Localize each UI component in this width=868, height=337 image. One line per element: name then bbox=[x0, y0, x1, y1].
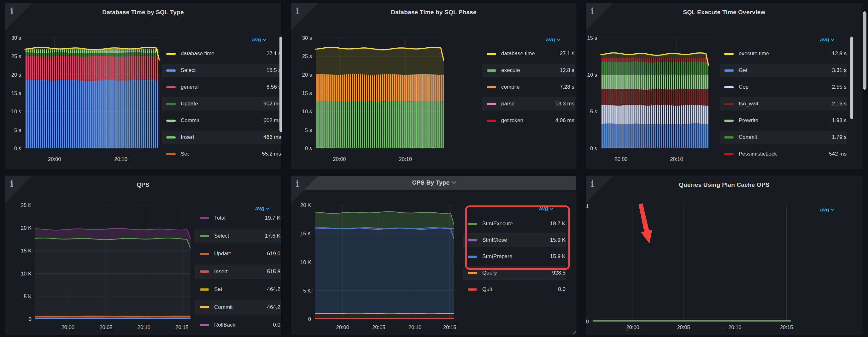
legend-label[interactable]: compile bbox=[501, 84, 520, 90]
legend-label[interactable]: general bbox=[181, 84, 199, 90]
legend-swatch bbox=[166, 69, 176, 72]
legend-label[interactable]: database time bbox=[501, 51, 535, 57]
legend-scrollbar[interactable] bbox=[279, 37, 282, 132]
legend-swatch bbox=[166, 136, 176, 139]
legend-row[interactable]: Commit464.2 bbox=[195, 300, 281, 315]
legend-swatch bbox=[487, 53, 496, 55]
legend-row[interactable]: PessimisticLock542 ms bbox=[720, 147, 847, 161]
legend-row[interactable]: Select17.6 K bbox=[195, 229, 281, 243]
legend-label[interactable]: RollBack bbox=[214, 322, 235, 328]
legend-row[interactable]: Insert515.8 bbox=[195, 265, 281, 279]
legend-stat-dropdown[interactable]: avg bbox=[546, 37, 560, 43]
legend-swatch bbox=[200, 306, 209, 308]
legend-label[interactable]: Commit bbox=[214, 304, 233, 310]
legend-label[interactable]: Select bbox=[181, 67, 195, 73]
legend-row[interactable]: get token4.06 ms bbox=[482, 114, 575, 127]
legend-row[interactable]: Insert466 ms bbox=[162, 131, 282, 144]
legend-label[interactable]: Prewrite bbox=[739, 117, 758, 124]
info-icon[interactable]: i bbox=[591, 6, 594, 16]
legend-label[interactable]: execute time bbox=[739, 51, 769, 57]
legend-row[interactable]: database time27.1 s bbox=[482, 47, 575, 60]
legend-swatch bbox=[166, 86, 176, 88]
legend-swatch bbox=[487, 86, 496, 88]
legend-row[interactable]: Set55.2 ms bbox=[162, 147, 282, 161]
legend-row[interactable]: Update619.0 bbox=[195, 246, 281, 261]
legend-label[interactable]: Total bbox=[214, 215, 225, 221]
legend-row[interactable]: RollBack0.0 bbox=[195, 318, 281, 332]
legend: avgexecute time12.8 sGet3.31 sCop2.55 st… bbox=[586, 3, 862, 169]
legend-stat-dropdown[interactable]: avg bbox=[820, 207, 834, 213]
legend-label[interactable]: Quit bbox=[482, 286, 492, 293]
legend-value: 4.06 ms bbox=[555, 117, 575, 124]
legend-scrollbar[interactable] bbox=[850, 37, 853, 119]
legend-row[interactable]: Total19.7 K bbox=[195, 211, 281, 225]
legend-row[interactable]: Update902 ms bbox=[162, 97, 282, 111]
legend-swatch bbox=[200, 253, 209, 255]
legend-label[interactable]: Cop bbox=[739, 84, 748, 90]
legend-row[interactable]: Prewrite1.93 s bbox=[720, 114, 847, 127]
legend-label[interactable]: Commit bbox=[739, 134, 757, 141]
page-scrollbar[interactable] bbox=[863, 11, 866, 90]
legend-swatch bbox=[200, 217, 209, 219]
legend-row[interactable]: Commit1.79 s bbox=[720, 131, 847, 144]
legend-label[interactable]: tso_wait bbox=[739, 101, 758, 107]
legend-swatch bbox=[200, 270, 209, 273]
info-icon[interactable]: i bbox=[591, 179, 594, 189]
legend-value: 619.0 bbox=[267, 250, 280, 257]
panel-database-time-by-sql-phase: i Database Time by SQL Phase 0 s5 s10 s1… bbox=[291, 3, 576, 169]
legend-label[interactable]: Update bbox=[214, 250, 231, 257]
legend-row[interactable]: Set464.2 bbox=[195, 282, 281, 297]
legend-label[interactable]: Update bbox=[181, 101, 198, 107]
legend-label[interactable]: Commit bbox=[181, 117, 199, 124]
legend-row[interactable]: execute12.8 s bbox=[482, 64, 575, 77]
legend-label[interactable]: Query bbox=[482, 270, 497, 276]
panel-resize-handle[interactable] bbox=[571, 330, 576, 335]
legend-label[interactable]: execute bbox=[501, 67, 520, 73]
legend-label[interactable]: Set bbox=[214, 286, 222, 293]
chevron-down-icon bbox=[266, 206, 270, 210]
info-icon[interactable]: i bbox=[10, 179, 13, 189]
legend-swatch bbox=[724, 103, 734, 105]
legend-row[interactable]: tso_wait2.16 s bbox=[720, 97, 847, 111]
legend-row[interactable]: Cop2.55 s bbox=[720, 81, 847, 94]
legend-value: 464.2 bbox=[267, 304, 280, 310]
legend-swatch bbox=[724, 136, 734, 139]
legend-label[interactable]: get token bbox=[501, 117, 523, 124]
legend-stat-dropdown[interactable]: avg bbox=[820, 37, 834, 43]
legend-row[interactable]: Get3.31 s bbox=[720, 64, 847, 77]
legend-swatch bbox=[200, 235, 209, 237]
legend-row[interactable]: compile7.28 s bbox=[482, 81, 575, 94]
legend-row[interactable]: Select18.5 s bbox=[162, 64, 282, 77]
legend-row[interactable]: database time27.1 s bbox=[162, 47, 282, 60]
legend-row[interactable]: parse13.3 ms bbox=[482, 97, 575, 111]
info-icon[interactable]: i bbox=[296, 179, 299, 189]
legend-swatch bbox=[166, 120, 176, 122]
legend-row[interactable]: Commit602 ms bbox=[162, 114, 282, 127]
legend: avgTotal19.7 KSelect17.6 KUpdate619.0Ins… bbox=[5, 176, 281, 335]
legend-value: 0.0 bbox=[558, 286, 565, 293]
info-icon[interactable]: i bbox=[296, 6, 299, 16]
legend-label[interactable]: parse bbox=[501, 101, 515, 107]
legend-label[interactable]: Insert bbox=[181, 134, 194, 141]
legend-swatch bbox=[724, 69, 734, 72]
legend-label[interactable]: database time bbox=[181, 51, 215, 57]
legend-swatch bbox=[166, 53, 176, 55]
legend-value: 466 ms bbox=[264, 134, 281, 141]
legend-value: 2.55 s bbox=[832, 84, 846, 90]
legend-row[interactable]: execute time12.8 s bbox=[720, 47, 847, 60]
legend-label[interactable]: Insert bbox=[214, 269, 228, 275]
legend-label[interactable]: Get bbox=[739, 67, 747, 73]
legend-value: 1.79 s bbox=[832, 134, 846, 141]
legend-label[interactable]: PessimisticLock bbox=[739, 151, 777, 157]
legend-value: 27.1 s bbox=[560, 51, 575, 57]
legend-value: 27.1 s bbox=[267, 51, 281, 57]
legend-label[interactable]: Select bbox=[214, 233, 229, 239]
info-icon[interactable]: i bbox=[10, 6, 13, 16]
legend-label[interactable]: Set bbox=[181, 151, 189, 157]
legend-row[interactable]: Quit0.0 bbox=[463, 282, 566, 296]
legend-row[interactable]: general6.56 s bbox=[162, 81, 282, 94]
legend-value: 18.5 s bbox=[267, 67, 281, 73]
legend-value: 515.8 bbox=[267, 269, 280, 275]
legend-stat-dropdown[interactable]: avg bbox=[252, 37, 266, 43]
legend-value: 464.2 bbox=[267, 286, 280, 293]
